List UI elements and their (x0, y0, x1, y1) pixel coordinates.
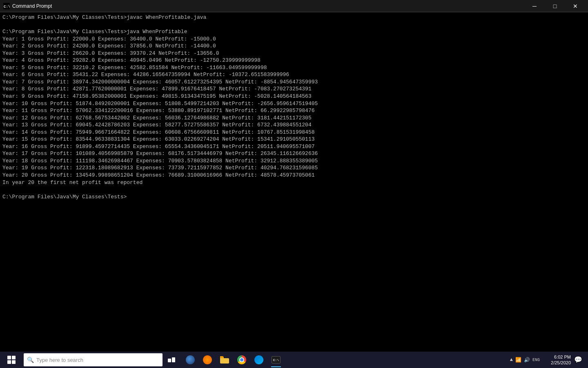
edge-button[interactable] (251, 352, 267, 368)
file-explorer-button[interactable] (216, 352, 233, 368)
svg-text:C:\: C:\ (4, 5, 10, 9)
title-bar-controls: ─ □ ✕ (525, 0, 585, 12)
keyboard-icon: ENG (532, 358, 540, 362)
start-button[interactable] (2, 352, 21, 368)
search-bar[interactable]: 🔍 Type here to search (24, 353, 163, 366)
taskbar: 🔍 Type here to search C (0, 352, 588, 368)
cmd-title-icon: C:\ (3, 3, 10, 9)
windows-logo-icon (7, 356, 16, 364)
window-title: Command Prompt (12, 3, 52, 9)
edge-icon (254, 355, 263, 364)
notification-icon: 💬 (574, 356, 582, 364)
title-bar: C:\ Command Prompt ─ □ ✕ (0, 0, 588, 12)
close-button[interactable]: ✕ (566, 0, 585, 12)
wifi-icon[interactable]: 📶 (515, 357, 521, 363)
volume-icon[interactable]: 🔊 (524, 357, 530, 363)
terminal-output: C:\Program Files\Java\My Classes\Tests>j… (0, 12, 588, 352)
system-clock[interactable]: 6:02 PM 2/25/2020 (542, 354, 571, 366)
minimize-button[interactable]: ─ (525, 0, 544, 12)
search-icon: 🔍 (27, 357, 34, 364)
cortana-icon (186, 355, 195, 364)
task-view-button[interactable] (163, 352, 180, 368)
firefox-icon (203, 355, 212, 364)
taskbar-apps: C:\ (182, 352, 284, 368)
chrome-icon (237, 355, 246, 364)
file-explorer-icon (220, 356, 229, 364)
cortana-button[interactable] (182, 352, 198, 368)
task-view-icon (168, 357, 175, 362)
cmd-taskbar-icon: C:\ (272, 356, 281, 364)
maximize-button[interactable]: □ (546, 0, 564, 12)
system-tray: ▲ 📶 🔊 ENG 6:02 PM 2/25/2020 💬 (507, 352, 586, 368)
cmd-button[interactable]: C:\ (268, 352, 284, 368)
chrome-button[interactable] (234, 352, 250, 368)
clock-time: 6:02 PM (554, 354, 571, 360)
notification-button[interactable]: 💬 (573, 355, 583, 365)
network-icon[interactable]: ▲ (510, 357, 513, 363)
firefox-button[interactable] (199, 352, 216, 368)
title-bar-left: C:\ Command Prompt (3, 3, 52, 9)
search-placeholder: Type here to search (36, 357, 83, 363)
clock-date: 2/25/2020 (551, 360, 571, 366)
